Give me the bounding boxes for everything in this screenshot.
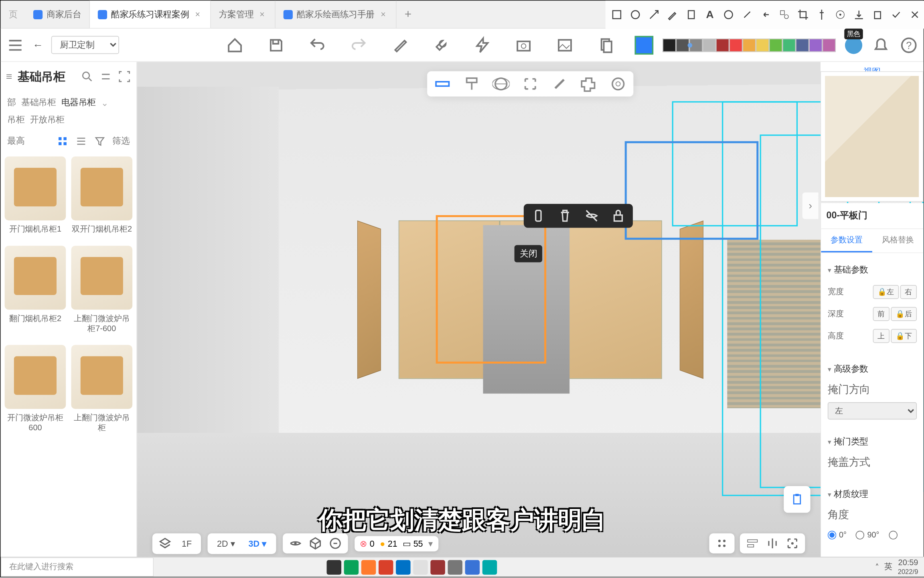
back-button[interactable]: ← [30,37,46,53]
scan-icon[interactable] [522,75,539,92]
tab-plan-manage[interactable]: 方案管理× [211,1,276,28]
swatch[interactable] [716,38,729,51]
angle-more[interactable] [889,530,898,539]
bell-icon[interactable] [871,36,890,54]
image-icon[interactable] [555,36,573,54]
swatch[interactable] [729,38,742,51]
swatch[interactable] [703,38,716,51]
dash-icon[interactable] [328,536,342,550]
tab-kujiale-draw[interactable]: 酷家乐绘画练习手册× [276,1,397,28]
warning-count[interactable]: ●21 [380,538,397,548]
filter-icon[interactable] [94,135,106,147]
home-icon[interactable] [225,36,244,54]
anchor-left[interactable]: 🔒左 [873,285,899,299]
close-anno-icon[interactable] [909,9,921,21]
asset-item[interactable]: 上翻门微波炉吊柜 [70,345,134,442]
menu-icon[interactable] [6,36,24,54]
chevron-down-icon[interactable]: ⌄ [101,98,108,108]
undo-main-icon[interactable] [308,36,326,54]
angle-90[interactable]: 90° [856,530,879,539]
asset-item[interactable]: 开门微波炉吊柜600 [3,345,67,442]
text-icon[interactable]: A [704,9,716,21]
component-count[interactable]: ▭55 [403,538,423,548]
anchor-bottom[interactable]: 🔒下 [891,329,917,343]
lock-icon[interactable] [610,208,626,224]
crumb-item[interactable]: 部 [7,97,16,109]
eraser-icon[interactable] [741,9,753,21]
target-icon[interactable] [834,9,846,21]
download-icon[interactable] [853,9,865,21]
eye-icon[interactable] [288,536,302,550]
angle-0[interactable]: 0° [828,530,847,539]
view-2d[interactable]: 2D ▾ [213,536,239,551]
wechat-icon[interactable] [344,560,359,574]
bolt-icon[interactable] [473,36,491,54]
circle-icon[interactable] [629,9,641,21]
wps-icon[interactable] [379,560,393,574]
autocad-icon[interactable] [430,560,445,574]
swatch[interactable] [782,38,796,51]
crumb-item[interactable]: 吊柜 [7,114,24,126]
sec-advanced[interactable]: 高级参数 [828,358,917,380]
style-icon[interactable] [551,75,568,92]
anchor-right[interactable]: 右 [900,285,917,299]
swatch[interactable] [823,38,836,51]
grid-view-icon[interactable] [57,135,69,147]
anchor-front[interactable]: 前 [873,307,890,321]
globe-icon[interactable] [492,75,510,92]
clock[interactable]: 20:59 2022/9 [898,559,918,575]
mode-select[interactable]: 厨卫定制 [51,36,119,54]
roller-icon[interactable] [463,75,480,92]
tab-kujiale-course[interactable]: 酷家乐练习课程案例× [90,1,211,28]
adjust-icon[interactable] [99,70,112,83]
anchor-top[interactable]: 上 [873,329,890,343]
trash-icon[interactable] [557,208,573,224]
sort-label[interactable]: 最高 [7,135,24,147]
undo-icon[interactable] [760,9,772,21]
ime-indicator[interactable]: 英 [884,562,892,573]
check-icon[interactable] [890,9,902,21]
disc-icon[interactable] [610,75,627,92]
swatch[interactable] [742,38,756,51]
dot-icon[interactable] [680,36,699,54]
layers-icon[interactable] [158,536,172,550]
filter-label[interactable]: 筛选 [112,135,130,147]
app-icon[interactable] [413,560,428,574]
tab-style[interactable]: 风格替换 [872,229,924,252]
new-tab-button[interactable]: + [397,7,419,21]
swatch[interactable] [756,38,769,51]
tray-chevron[interactable]: ˄ [875,562,879,572]
camera-icon[interactable] [514,36,533,54]
floor-selector[interactable]: 1F [178,536,196,551]
swatch[interactable] [796,38,809,51]
viewport-3d[interactable]: 关闭 › [137,62,924,557]
clipboard-button[interactable] [784,486,810,513]
app-icon[interactable] [396,560,410,574]
align-icon[interactable] [745,536,760,550]
panel-collapse-button[interactable]: › [802,192,819,219]
app-icon[interactable] [482,560,497,574]
crumb-item[interactable]: 电器吊柜 [61,97,96,109]
hide-icon[interactable] [584,208,600,224]
swatch[interactable] [769,38,782,51]
firefox-icon[interactable] [361,560,376,574]
cabinet-door-left[interactable] [357,220,381,379]
cube-icon[interactable] [308,536,322,550]
pen-icon[interactable] [667,9,679,21]
arrow-icon[interactable] [648,9,660,21]
task-icon[interactable] [327,560,341,574]
mobile-icon[interactable] [530,208,546,224]
crop-icon[interactable] [797,9,809,21]
copy-icon[interactable] [871,9,883,21]
sec-basic[interactable]: 基础参数 [828,258,917,281]
puzzle-icon[interactable] [580,75,598,92]
asset-item[interactable]: 双开门烟机吊柜2 [70,157,134,243]
help-icon[interactable]: ? [900,36,918,54]
tape-icon[interactable] [434,75,451,92]
focus-icon[interactable] [785,536,800,550]
number-icon[interactable] [723,9,735,21]
list-icon[interactable]: ≡ [6,71,12,83]
expand-icon[interactable] [118,70,131,83]
close-icon[interactable]: × [379,10,388,19]
mirror-icon[interactable] [765,536,780,550]
